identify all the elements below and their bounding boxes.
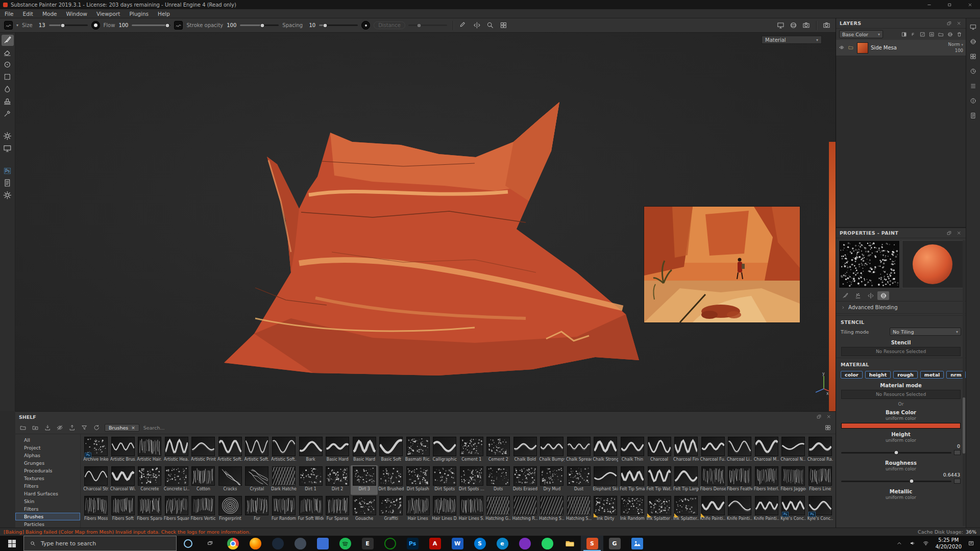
brush-cotton-32[interactable]: Cotton (190, 465, 217, 495)
hide-resources-icon[interactable] (56, 424, 64, 432)
taskbar-app-spotify[interactable] (334, 536, 356, 551)
particle-dot-icon[interactable] (361, 21, 370, 30)
brush-basmati-ric-12[interactable]: Basmati Ric... (404, 436, 431, 465)
projection-tool[interactable] (2, 59, 14, 70)
brush-dots-erased-44[interactable]: Dots Erased (512, 465, 539, 495)
lazy-mouse-icon[interactable] (485, 20, 495, 30)
start-button[interactable] (0, 536, 23, 551)
brush-fur-sparse-65[interactable]: Fur Sparse (324, 495, 351, 524)
spacing-value[interactable]: 10 (306, 22, 315, 28)
add-group-icon[interactable] (937, 31, 944, 38)
size-value[interactable]: 13 (36, 22, 45, 28)
brush-alpha-preview[interactable] (839, 240, 900, 288)
channel-toggle-metal[interactable]: metal (920, 371, 944, 379)
taskbar-app-chrome[interactable] (222, 536, 244, 551)
taskbar-app-file-explorer[interactable] (558, 536, 581, 551)
resources-tab[interactable] (969, 111, 977, 120)
brush-hair-lines-s-70[interactable]: Hair Lines S... (458, 495, 485, 524)
minimize-button[interactable] (919, 0, 939, 9)
brush-cracks-33[interactable]: Cracks (217, 465, 244, 495)
channel-toggle-rough[interactable]: rough (893, 371, 918, 379)
delete-layer-icon[interactable] (955, 31, 963, 38)
brush-charcoal-str-28[interactable]: Charcoal Str... (83, 465, 110, 495)
brush-artistic-print-4[interactable]: Artistic Print (190, 436, 217, 465)
shader-view-icon[interactable] (789, 20, 798, 30)
taskbar-clock[interactable]: 5:25 PM 4/20/2020 (936, 537, 962, 550)
brush-fibers-jagged-54[interactable]: Fibers Jagged (780, 465, 807, 495)
cortana-button[interactable] (177, 536, 199, 551)
brush-fibers-line-55[interactable]: Fibers Line (806, 465, 834, 495)
taskbar-app-greenshot[interactable]: G (603, 536, 626, 551)
layer-blend-dropdown[interactable]: Norm ▾ (948, 42, 963, 47)
brush-crystal-34[interactable]: Crystal (243, 465, 271, 495)
brush-fur-62[interactable]: Fur (243, 495, 271, 524)
close-icon[interactable] (956, 20, 962, 27)
brush-basic-hard-10[interactable]: Basic Hard (351, 436, 378, 465)
network-icon[interactable] (922, 540, 930, 547)
brush-hatching-r-72[interactable]: Hatching R... (512, 495, 539, 524)
maximize-button[interactable] (939, 0, 960, 9)
channel-toggle-height[interactable]: height (865, 371, 891, 379)
material-resource-slot[interactable]: No Resource Selected (841, 390, 961, 399)
brush-charcoal-fine-22[interactable]: Charcoal Fine (673, 436, 700, 465)
filter-icon[interactable] (80, 424, 88, 432)
brush-knife-painti-80[interactable]: Knife Painti... (726, 495, 753, 524)
shelf-category-project-1[interactable]: Project (15, 444, 80, 452)
brush-basic-soft-11[interactable]: Basic Soft (378, 436, 405, 465)
roughness-value[interactable]: 0.6443 (836, 471, 966, 478)
symmetry-icon[interactable] (472, 20, 482, 30)
brush-fibers-dense-51[interactable]: Fibers Dense (699, 465, 726, 495)
brush-dirt-2-37[interactable]: Dirt 2 (324, 465, 351, 495)
taskbar-app-twitch[interactable] (513, 536, 536, 551)
brush-kyle-s-conc-82[interactable]: Kyle's Conc...Ps (780, 495, 807, 524)
menu-viewport[interactable]: Viewport (92, 9, 125, 18)
size-slider[interactable] (49, 24, 88, 26)
close-button[interactable] (960, 0, 980, 9)
brush-concrete-30[interactable]: Concrete (136, 465, 163, 495)
shader-settings-tab[interactable] (969, 37, 977, 46)
brush-dry-mud-45[interactable]: Dry Mud (538, 465, 566, 495)
undock-icon[interactable] (946, 230, 952, 236)
shelf-category-alphas-2[interactable]: Alphas (15, 452, 80, 459)
brush-charcoal-li-24[interactable]: Charcoal Li... (726, 436, 753, 465)
brush-cement-2-15[interactable]: Cement 2 (485, 436, 512, 465)
brush-concrete-li-31[interactable]: Concrete Li... (163, 465, 190, 495)
taskbar-app-firefox[interactable] (244, 536, 266, 551)
brush-fibers-soft-57[interactable]: Fibers Soft (110, 495, 137, 524)
brush-fingerprint-61[interactable]: Fingerprint (217, 495, 244, 524)
brush-felt-tip-small-48[interactable]: Felt Tip Small (619, 465, 646, 495)
history-tab[interactable] (969, 67, 977, 76)
brush-knife-painti-79[interactable]: Knife Painti... (699, 495, 726, 524)
display-settings-tab[interactable] (969, 22, 977, 31)
brush-dots-43[interactable]: Dots (485, 465, 512, 495)
shelf-category-grunges-3[interactable]: Grunges (15, 459, 80, 467)
close-icon[interactable] (956, 230, 962, 236)
material-sphere-preview[interactable] (902, 240, 963, 288)
camera-settings[interactable] (2, 143, 14, 154)
brush-charcoal-n-26[interactable]: Charcoal N... (780, 436, 807, 465)
taskbar-app-word[interactable]: W (446, 536, 469, 551)
brush-calligraphic-13[interactable]: Calligraphic (431, 436, 458, 465)
roughness-swatch[interactable] (954, 479, 961, 484)
brush-dirt-splash-40[interactable]: Dirt Splash (404, 465, 431, 495)
brush-chalk-spread-18[interactable]: Chalk Spread (566, 436, 593, 465)
resources-updater-plugin[interactable] (2, 178, 14, 189)
symmetry-properties-tab[interactable] (865, 291, 876, 300)
add-fill-layer-icon[interactable] (928, 31, 935, 38)
taskbar-app-photos[interactable] (626, 536, 648, 551)
texture-set-settings-tab[interactable] (969, 52, 977, 61)
brush-artistic-hair-2[interactable]: Artistic Hair... (136, 436, 163, 465)
brush-artistic-soft-5[interactable]: Artistic Soft... (217, 436, 244, 465)
new-shelf-folder-icon[interactable] (31, 424, 39, 432)
polygon-fill-tool[interactable] (2, 71, 14, 83)
flow-value[interactable]: 100 (118, 22, 128, 28)
menu-help[interactable]: Help (153, 9, 175, 18)
taskbar-app-whatsapp[interactable] (536, 536, 558, 551)
brush-ink-random-76[interactable]: Ink Random (619, 495, 646, 524)
shelf-category-textures-5[interactable]: Textures (15, 474, 80, 482)
brush-hair-lines-d-69[interactable]: Hair Lines D... (431, 495, 458, 524)
brush-cement-1-14[interactable]: Cement 1 (458, 436, 485, 465)
shelf-category-procedurals-4[interactable]: Procedurals (15, 467, 80, 474)
brush-knife-painti-81[interactable]: Knife Painti... (753, 495, 780, 524)
stencil-resource-slot[interactable]: No Resource Selected (841, 347, 961, 356)
